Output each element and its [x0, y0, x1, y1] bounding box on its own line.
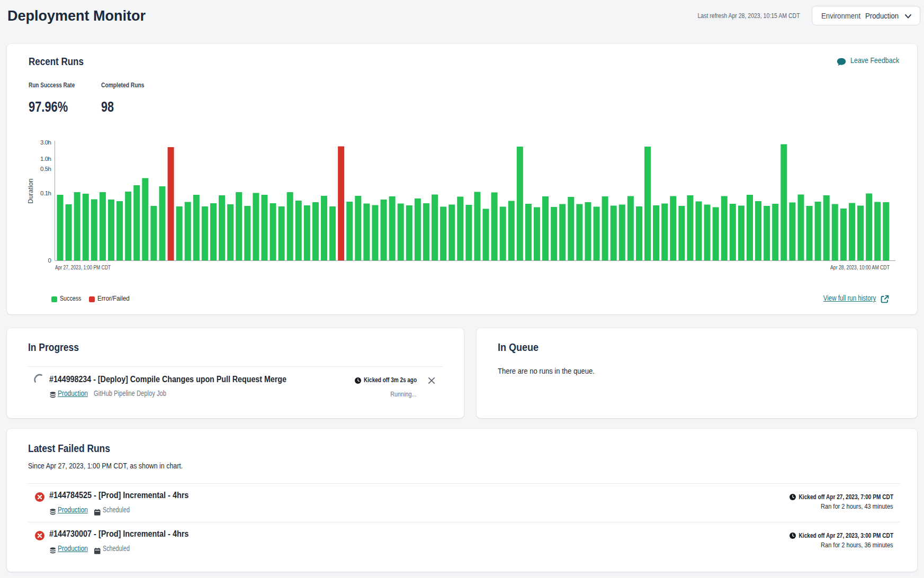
- svg-text:1.0h: 1.0h: [40, 156, 51, 162]
- svg-text:0.5h: 0.5h: [40, 166, 51, 172]
- svg-text:0: 0: [48, 257, 51, 264]
- svg-text:Duration: Duration: [28, 178, 34, 203]
- svg-text:Apr 27, 2023, 1:00 PM CDT: Apr 27, 2023, 1:00 PM CDT: [55, 264, 111, 270]
- svg-text:3.0h: 3.0h: [40, 139, 51, 146]
- svg-text:Apr 28, 2023, 10:00 AM CDT: Apr 28, 2023, 10:00 AM CDT: [830, 264, 890, 270]
- svg-text:0.1h: 0.1h: [40, 190, 51, 196]
